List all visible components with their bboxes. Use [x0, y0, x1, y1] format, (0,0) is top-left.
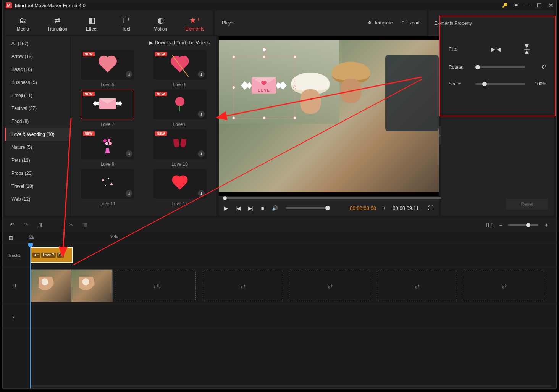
player-title: Player	[222, 20, 235, 26]
clip-love-7[interactable]: ★⁺ Love 7 5s	[30, 247, 73, 263]
properties-panel: › Flip: ▶|◀ ▶|◀ Rotate: 0° Scale:	[441, 36, 554, 216]
elements-icon: ★⁺	[189, 16, 200, 25]
prev-frame-button[interactable]: |◀	[236, 205, 241, 211]
collapse-panel-button[interactable]: ›	[439, 126, 441, 144]
zoom-out-button[interactable]: −	[499, 222, 502, 228]
drop-slot-import[interactable]: ⇩	[140, 271, 178, 301]
zoom-in-button[interactable]: ＋	[544, 221, 549, 229]
timeline-panel: ↶ ↷ 🗑 ✂ ✂⃞ ▯|▯ − ＋ ⊞ 0s 9.4s Track1	[3, 218, 556, 388]
reset-button[interactable]: Reset	[506, 199, 548, 210]
seek-slider[interactable]	[224, 197, 444, 199]
track-elements[interactable]: Track1 ★⁺ Love 7 5s	[3, 243, 556, 268]
drop-slot[interactable]: ⇄	[377, 271, 457, 301]
cat-love-wedding[interactable]: Love & Wedding (10)	[5, 128, 70, 141]
maximize-button[interactable]: ☐	[537, 2, 542, 8]
cat-emoji[interactable]: Emoji (11)	[5, 89, 70, 102]
download-icon[interactable]: ⬇	[126, 71, 132, 78]
flip-vertical-button[interactable]: ▶|◀	[523, 43, 531, 55]
minimize-button[interactable]: —	[525, 2, 530, 8]
properties-header: Elements Property	[429, 10, 554, 36]
track-audio[interactable]: ♫	[3, 304, 556, 329]
menu-icon[interactable]: ≡	[515, 2, 518, 8]
next-frame-button[interactable]: ▶|	[248, 205, 253, 211]
flip-horizontal-button[interactable]: ▶|◀	[490, 45, 502, 53]
player-header: Player ❖Template ⤴Export	[215, 10, 427, 36]
tab-motion[interactable]: ◐Motion	[143, 13, 178, 33]
cat-pets[interactable]: Pets (13)	[5, 154, 70, 167]
timeline-scrollbar[interactable]	[30, 385, 552, 387]
cat-business[interactable]: Business (5)	[5, 76, 70, 89]
tab-transition[interactable]: ⇄Transition	[40, 13, 74, 33]
track-video[interactable]: 🎞 ⇄ ⇩ ⇄ ⇄ ⇄ ⇄	[3, 268, 556, 304]
volume-icon[interactable]: 🔊	[272, 205, 278, 211]
delete-button[interactable]: 🗑	[38, 222, 44, 228]
properties-title: Elements Property	[434, 21, 472, 26]
asset-love-7[interactable]: NEW	[81, 90, 134, 119]
asset-love-5[interactable]: NEW⬇	[81, 50, 134, 80]
video-clip[interactable]	[30, 269, 113, 302]
cat-web[interactable]: Web (12)	[5, 193, 70, 206]
scale-slider[interactable]	[475, 83, 525, 85]
drop-slot[interactable]: ⇄	[290, 271, 370, 301]
download-icon[interactable]: ⬇	[126, 190, 132, 197]
app-title: MiniTool MovieMaker Free 5.4.0	[15, 3, 502, 8]
play-button[interactable]: ▶	[224, 205, 228, 211]
download-icon[interactable]: ⬇	[198, 111, 205, 118]
tab-elements[interactable]: ★⁺Elements	[178, 13, 212, 33]
video-preview[interactable]: LOVE	[219, 40, 439, 192]
export-icon: ⤴	[402, 20, 404, 26]
transition-icon: ⇄	[54, 16, 61, 25]
element-love-7-overlay[interactable]: LOVE	[236, 73, 291, 98]
cat-all[interactable]: All (167)	[5, 37, 70, 50]
add-track-button[interactable]: ⊞	[9, 235, 13, 241]
cat-food[interactable]: Food (8)	[5, 115, 70, 128]
drop-slot[interactable]: ⇄	[464, 271, 544, 301]
template-button[interactable]: ❖Template	[368, 20, 393, 26]
drop-slot[interactable]: ⇄	[203, 271, 283, 301]
download-icon[interactable]: ⬇	[198, 190, 205, 197]
fit-button[interactable]: ▯|▯	[486, 221, 494, 228]
export-button[interactable]: ⤴Export	[402, 20, 420, 26]
asset-love-10[interactable]: NEW⬇	[153, 129, 207, 159]
download-icon[interactable]: ⬇	[198, 150, 205, 157]
split-button[interactable]: ✂	[69, 221, 74, 228]
asset-love-6[interactable]: NEW⬇	[153, 50, 207, 80]
undo-button[interactable]: ↶	[10, 221, 15, 228]
fullscreen-button[interactable]: ⛶	[428, 205, 433, 211]
download-icon[interactable]: ⬇	[126, 150, 132, 157]
main-tabs: 🗂Media ⇄Transition ◧Effect T⁺Text ◐Motio…	[5, 10, 213, 36]
key-icon[interactable]: 🔑	[502, 3, 508, 8]
download-youtube-link[interactable]: ▶ Download YouTube Videos	[71, 36, 216, 48]
asset-love-8[interactable]: NEW⬇	[153, 90, 207, 119]
stop-button[interactable]: ■	[261, 205, 264, 211]
player-panel: LOVE ▶ |◀ ▶| ■ 🔊 00:00:00.00 / 00:00:09.…	[219, 36, 439, 216]
motion-icon: ◐	[157, 16, 164, 25]
tab-media[interactable]: 🗂Media	[6, 13, 40, 33]
cat-nature[interactable]: Nature (5)	[5, 141, 70, 154]
asset-love-12[interactable]: ⬇	[153, 169, 207, 199]
cat-arrow[interactable]: Arrow (12)	[5, 50, 70, 63]
tab-text[interactable]: T⁺Text	[109, 13, 143, 33]
asset-love-9[interactable]: NEW⬇	[81, 129, 134, 159]
youtube-icon: ▶	[149, 40, 153, 45]
tab-effect[interactable]: ◧Effect	[74, 13, 109, 33]
rotate-slider[interactable]	[475, 66, 525, 68]
time-current: 00:00:00.00	[350, 205, 376, 211]
playhead[interactable]	[30, 243, 31, 388]
zoom-slider[interactable]	[508, 224, 538, 226]
volume-slider[interactable]	[286, 207, 328, 209]
download-icon[interactable]: ⬇	[198, 71, 205, 78]
cat-travel[interactable]: Travel (18)	[5, 180, 70, 193]
close-button[interactable]: ✕	[549, 2, 553, 8]
folder-icon: 🗂	[19, 16, 27, 25]
asset-love-11[interactable]: ⬇	[81, 169, 134, 199]
crop-button[interactable]: ✂⃞	[83, 222, 87, 228]
app-logo: M	[6, 2, 12, 8]
cat-festival[interactable]: Festival (37)	[5, 102, 70, 115]
cat-props[interactable]: Props (20)	[5, 167, 70, 180]
timeline-ruler[interactable]: ⊞ 0s 9.4s	[3, 232, 556, 243]
rotate-handle[interactable]	[262, 48, 266, 52]
cat-basic[interactable]: Basic (16)	[5, 63, 70, 76]
redo-button[interactable]: ↷	[24, 221, 29, 228]
library-panel: All (167) Arrow (12) Basic (16) Business…	[5, 36, 216, 216]
